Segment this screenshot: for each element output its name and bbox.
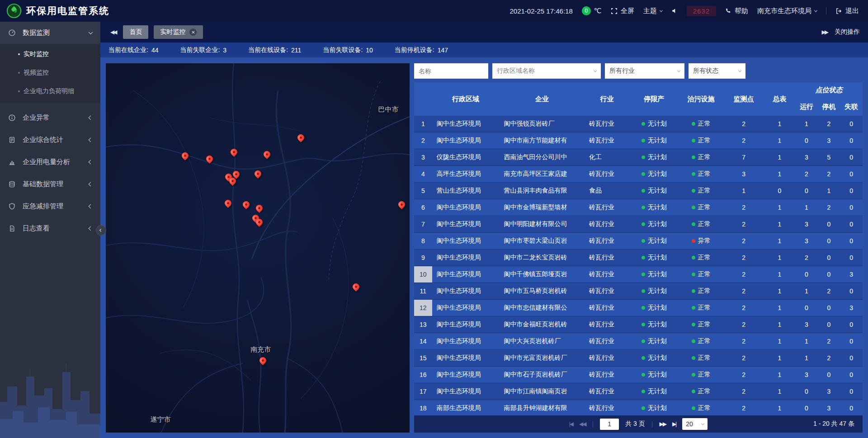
cell-industry: 砖瓦行业 [585,199,629,216]
close-icon[interactable]: ✕ [189,28,197,36]
cell-facility-status: 正常 [679,383,723,400]
total-pages-label: 共 3 页 [625,420,645,428]
table-row[interactable]: 10 阆中生态环境局 阆中千佛镇五郎垭页岩 砖瓦行业 无计划 正常 2 1 0 … [414,266,863,283]
header-monitor-points: 监测点 [723,82,764,116]
map-pin[interactable] [228,178,237,187]
stat-item: 当前失联设备: 10 [323,46,373,54]
help-button[interactable]: 帮助 [725,7,748,15]
table-row[interactable]: 4 高坪生态环境局 南充市高坪区王家店建 砖瓦行业 无计划 正常 3 1 2 2… [414,166,863,183]
tab-realtime-monitoring[interactable]: 实时监控 ✕ [154,25,203,39]
table-row[interactable]: 16 阆中生态环境局 阆中市石子页岩机砖厂 砖瓦行业 无计划 正常 2 1 3 … [414,367,863,383]
header-divider [826,7,826,14]
status-filter-select[interactable]: 所有状态 [689,63,745,79]
sidebar-group-log-view[interactable]: 日志查看 [0,217,100,240]
header-limit-production: 停限产 [629,82,679,116]
table-row[interactable]: 7 阆中生态环境局 阆中明阳建材有限公司 砖瓦行业 无计划 正常 2 1 3 0… [414,216,863,233]
name-filter-input[interactable] [414,63,488,79]
phone-icon [725,8,731,14]
tabs-scroll-left-icon[interactable]: ◀◀ [108,27,118,37]
close-operations-button[interactable]: 关闭操作 [835,28,860,36]
theme-dropdown[interactable]: 主题 [643,7,662,15]
status-dot-green [692,289,695,293]
cell-limit-status: 无计划 [629,149,679,165]
sidebar-item-realtime-monitoring[interactable]: 实时监控 [0,45,100,63]
table-row[interactable]: 13 阆中生态环境局 阆中市金福旺页岩机砖 砖瓦行业 无计划 正常 2 1 3 … [414,316,863,333]
row-index: 5 [414,183,432,199]
tabs-scroll-right-icon[interactable]: ▶▶ [820,27,829,37]
table-row[interactable]: 14 阆中生态环境局 阆中大兴页岩机砖厂 砖瓦行业 无计划 正常 2 1 1 2… [414,333,863,350]
database-icon [8,180,17,188]
map-pin[interactable] [397,201,406,210]
next-page-icon[interactable]: ▶▶ [659,421,665,427]
map-pin[interactable] [180,152,189,161]
table-row[interactable]: 11 阆中生态环境局 阆中市五马桥页岩机砖 砖瓦行业 无计划 正常 2 1 1 … [414,283,863,300]
table-row[interactable]: 17 阆中生态环境局 阆中市江南镇阆南页岩 砖瓦行业 无计划 正常 2 1 0 … [414,383,863,400]
status-dot-green [642,289,645,293]
sidebar-group-emergency-reduction[interactable]: 应急减排管理 [0,195,100,217]
industry-filter-select[interactable]: 所有行业 [605,63,684,79]
sidebar-nav: 数据监测 实时监控 视频监控 企业电力负荷明细 企业异常 企业综合统计 [0,22,100,240]
status-dot-green [692,256,695,259]
map-pin[interactable] [230,149,239,158]
map-pin[interactable] [205,155,214,165]
table-row[interactable]: 1 阆中生态环境局 阆中强锐页岩砖厂 砖瓦行业 无计划 正常 2 1 1 2 0 [414,116,863,132]
table-row[interactable]: 18 南部生态环境局 南部县升钟湖建材有限 砖瓦行业 无计划 正常 2 1 0 … [414,400,863,415]
info-circle-icon [8,114,17,122]
cell-lost-count: 0 [840,316,863,333]
table-row[interactable]: 9 阆中生态环境局 阆中市二龙长宝页岩砖 砖瓦行业 无计划 正常 2 1 2 0… [414,250,863,266]
cell-limit-status: 无计划 [629,166,679,182]
sidebar-group-base-data[interactable]: 基础数据管理 [0,173,100,195]
table-row[interactable]: 2 阆中生态环境局 阆中市南方节能建材有 砖瓦行业 无计划 正常 2 1 0 3… [414,132,863,149]
table-row[interactable]: 12 阆中生态环境局 阆中市忠信建材有限公 砖瓦行业 无计划 正常 2 1 0 … [414,300,863,316]
sidebar-group-power-analysis[interactable]: 企业用电量分析 [0,151,100,173]
fullscreen-button[interactable]: 全屏 [611,7,634,15]
page-size-select[interactable]: 20 [682,418,708,430]
table-row[interactable]: 3 仪陇生态环境局 西南油气田分公司川中 化工 无计划 正常 7 1 3 5 0 [414,149,863,166]
industry-filter-value: 所有行业 [609,67,635,75]
cell-halt-count: 2 [818,283,840,299]
map-pin[interactable] [255,219,264,228]
sidebar-item-video-monitoring[interactable]: 视频监控 [0,63,100,82]
sidebar-group-data-monitoring[interactable]: 数据监测 [0,22,100,44]
map-pin[interactable] [258,357,267,366]
row-index: 7 [414,216,432,232]
bar-chart-icon [8,158,17,166]
table-row[interactable]: 8 阆中生态环境局 阆中市枣碧大梁山页岩 砖瓦行业 无计划 异常 2 1 3 0… [414,233,863,250]
status-dot-green [642,356,645,360]
map-pin[interactable] [223,200,232,209]
prev-page-icon[interactable]: ◀◀ [579,421,585,427]
map-pin[interactable] [255,205,264,214]
cell-running-count: 3 [795,367,818,383]
sidebar-group-enterprise-stats[interactable]: 企业综合统计 [0,129,100,151]
table-row[interactable]: 6 阆中生态环境局 阆中市金博瑞新型墙材 砖瓦行业 无计划 正常 2 1 1 2… [414,199,863,216]
map-collapse-toggle[interactable] [96,225,106,235]
last-page-icon[interactable]: ▶| [672,421,676,427]
alert-count-badge[interactable]: 2632 [687,6,716,16]
sidebar-group-enterprise-abnormal[interactable]: 企业异常 [0,107,100,129]
clipboard-icon [8,136,17,144]
tab-home[interactable]: 首页 [123,25,148,39]
org-dropdown[interactable]: 南充市生态环境局 [757,7,817,15]
logout-button[interactable]: 退出 [835,7,859,15]
cell-limit-status: 无计划 [629,300,679,316]
map-pin[interactable] [254,170,263,179]
announcement-button[interactable] [671,8,678,14]
map-pin[interactable] [262,151,271,160]
cell-halt-count: 2 [818,166,840,182]
first-page-icon[interactable]: |◀ [569,421,573,427]
region-filter-select[interactable]: 行政区域名称 [492,63,601,79]
map-pin[interactable] [241,201,250,210]
cell-meter-count: 1 [764,367,795,383]
map-panel[interactable]: 巴中市南充市遂宁市 [106,63,410,433]
map-pin[interactable] [351,283,360,292]
stat-label: 当前失联设备: [323,46,363,54]
cell-limit-status: 无计划 [629,367,679,383]
table-row[interactable]: 5 营山生态环境局 营山县润丰肉食品有限 食品 无计划 正常 1 0 0 1 0 [414,183,863,199]
table-row[interactable]: 15 阆中生态环境局 阆中市光富页岩机砖厂 砖瓦行业 无计划 正常 2 1 1 … [414,350,863,367]
page-number-input[interactable] [600,419,619,430]
chevron-left-icon [89,160,93,165]
cell-halt-count: 2 [818,116,840,132]
sidebar-item-power-load-detail[interactable]: 企业电力负荷明细 [0,82,100,100]
map-pin[interactable] [296,134,305,143]
cell-company: 阆中市二龙长宝页岩砖 [499,250,584,266]
